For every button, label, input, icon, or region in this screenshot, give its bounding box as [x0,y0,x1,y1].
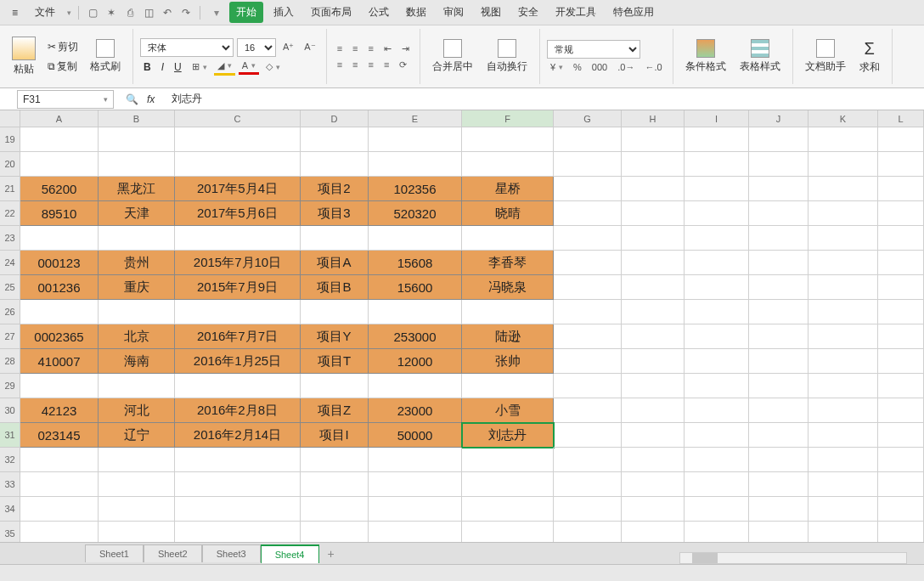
col-header[interactable]: K [808,110,878,127]
copy-button[interactable]: ⧉复制 [44,58,82,76]
cell[interactable] [462,472,554,497]
cell[interactable] [685,522,749,542]
cell[interactable]: 2017年5月6日 [175,201,301,226]
col-header[interactable]: C [175,110,301,127]
row-header[interactable]: 22 [0,201,20,226]
cell[interactable] [878,448,924,472]
cell[interactable] [622,423,685,448]
cell[interactable] [554,251,622,275]
namebox-dropdown-icon[interactable]: ▾ [104,95,108,104]
cell[interactable] [99,522,175,542]
cell[interactable] [878,472,924,497]
cell[interactable] [462,152,554,177]
cell[interactable] [808,423,878,448]
cell[interactable] [301,127,369,152]
cell[interactable] [369,472,462,497]
cell[interactable] [462,448,554,472]
sheet-tab[interactable]: Sheet3 [202,544,261,562]
align-bottom-button[interactable]: ≡ [365,42,377,55]
bold-button[interactable]: B [140,59,155,75]
qat-open-icon[interactable]: ✶ [104,6,118,20]
cell[interactable] [554,398,622,423]
cell[interactable]: 刘志丹 [462,423,554,448]
cell[interactable] [99,300,175,324]
cell[interactable]: 河北 [99,398,175,423]
cell[interactable] [749,127,808,152]
col-header[interactable]: A [20,110,99,127]
cell[interactable] [369,300,462,324]
cell[interactable]: 项目I [301,423,369,448]
col-header[interactable]: H [622,110,685,127]
cell[interactable]: 15600 [369,275,462,300]
cell[interactable]: 项目Z [301,398,369,423]
cell[interactable]: 天津 [99,201,175,226]
cell[interactable] [99,152,175,177]
cell[interactable] [808,177,878,201]
increase-font-button[interactable]: A⁺ [279,40,297,54]
zoom-icon[interactable]: 🔍 [126,93,138,105]
cell[interactable] [622,251,685,275]
cell[interactable] [369,522,462,542]
cell[interactable] [462,127,554,152]
justify-button[interactable]: ≡ [380,58,392,71]
cell[interactable] [554,497,622,522]
cell[interactable] [749,226,808,251]
cell[interactable] [554,300,622,324]
cell[interactable] [462,497,554,522]
cell[interactable] [622,448,685,472]
cell[interactable] [20,152,99,177]
cell[interactable] [301,448,369,472]
cell[interactable] [554,448,622,472]
cell[interactable] [808,251,878,275]
align-right-button[interactable]: ≡ [365,58,377,71]
row-header[interactable]: 27 [0,324,20,349]
cell[interactable] [99,448,175,472]
indent-inc-button[interactable]: ⇥ [398,42,413,56]
cell[interactable] [99,226,175,251]
cell[interactable] [808,127,878,152]
cell[interactable] [685,300,749,324]
cell[interactable] [554,127,622,152]
cell[interactable] [622,127,685,152]
cell[interactable] [301,522,369,542]
cell[interactable] [175,374,301,398]
cell[interactable] [622,324,685,349]
cell[interactable] [175,152,301,177]
cell[interactable] [808,226,878,251]
cell[interactable] [878,423,924,448]
tab-pagelayout[interactable]: 页面布局 [304,2,358,23]
row-header[interactable]: 25 [0,275,20,300]
cell[interactable] [808,398,878,423]
doc-helper-button[interactable]: 文档助手 [800,39,851,74]
cell[interactable] [878,300,924,324]
cell[interactable] [622,472,685,497]
cell[interactable]: 56200 [20,177,99,201]
cell[interactable]: 520320 [369,201,462,226]
cell[interactable] [808,300,878,324]
cell[interactable]: 50000 [369,423,462,448]
cell[interactable]: 星桥 [462,177,554,201]
file-menu[interactable]: 文件 [28,2,62,23]
cell[interactable] [749,349,808,374]
cell[interactable] [462,522,554,542]
col-header[interactable]: F [462,110,554,127]
font-name-select[interactable]: 宋体 [140,38,234,57]
row-header[interactable]: 32 [0,448,20,472]
cell[interactable] [622,398,685,423]
cell[interactable]: 项目3 [301,201,369,226]
cell[interactable] [369,374,462,398]
cell[interactable]: 2016年2月14日 [175,423,301,448]
cell[interactable] [685,423,749,448]
row-header[interactable]: 29 [0,374,20,398]
inc-decimal-button[interactable]: .0→ [614,60,638,74]
cell[interactable] [175,300,301,324]
cell[interactable] [808,497,878,522]
cell[interactable] [749,398,808,423]
numberformat-select[interactable]: 常规 [547,40,640,59]
cell[interactable] [749,522,808,542]
cell[interactable] [301,152,369,177]
cell[interactable] [685,472,749,497]
sum-button[interactable]: Σ求和 [854,39,885,75]
cell[interactable] [878,497,924,522]
cell[interactable] [20,374,99,398]
